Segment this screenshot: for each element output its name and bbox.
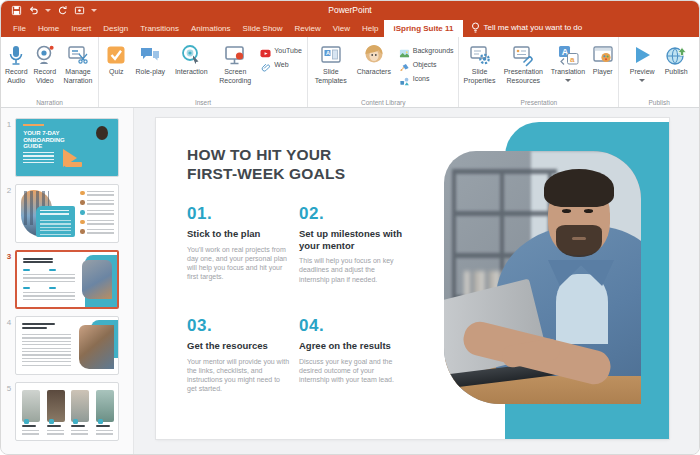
slide-thumbnail-3-selected[interactable] — [15, 250, 119, 309]
ribbon-group-label: Content Library — [308, 99, 458, 106]
item-body: Your mentor will provide you with the li… — [187, 357, 291, 394]
web-button[interactable]: Web — [260, 59, 302, 70]
slide-title[interactable]: HOW TO HIT YOUR FIRST-WEEK GOALS — [187, 145, 345, 183]
translation-button[interactable]: Aa Translation — [549, 42, 587, 94]
thumb3-text — [23, 274, 49, 282]
icons-button[interactable]: Icons — [399, 73, 454, 84]
chat-bubbles-icon — [138, 43, 162, 67]
tab-file[interactable]: File — [7, 20, 32, 37]
tab-ispring-suite[interactable]: iSpring Suite 11 — [384, 20, 462, 37]
photo-man-mouth — [572, 237, 586, 240]
publish-button[interactable]: Publish — [660, 42, 692, 94]
record-video-button[interactable]: Record Video — [32, 42, 59, 94]
item-heading: Set up milestones with your mentor — [299, 228, 403, 251]
tab-insert[interactable]: Insert — [65, 20, 97, 37]
quiz-button[interactable]: Quiz — [102, 42, 130, 94]
preview-dropdown-arrow-icon — [639, 79, 645, 82]
screen-recording-button[interactable]: Screen Recording — [214, 42, 256, 94]
item-heading: Get the resources — [187, 340, 291, 352]
thumb2-box-text-lines — [40, 220, 71, 236]
tab-review[interactable]: Review — [289, 20, 327, 37]
slide-thumbnail-4[interactable] — [15, 316, 119, 375]
thumb5-caption — [96, 425, 110, 427]
item-number: 01. — [187, 204, 291, 224]
item-heading: Agree on the results — [299, 340, 403, 352]
backgrounds-button[interactable]: Backgrounds — [399, 45, 454, 56]
slide-thumbnail-2[interactable] — [15, 184, 119, 243]
ribbon-group-label: Publish — [619, 99, 699, 106]
thumb5-photo-card — [96, 390, 114, 422]
ribbon-group-insert: Quiz Role-play Interaction Screen Record… — [99, 37, 308, 107]
youtube-button[interactable]: YouTube — [260, 45, 302, 56]
menu-bar: File Home Insert Design Transitions Anim… — [1, 19, 699, 37]
ribbon-button-label: Backgrounds — [413, 47, 454, 54]
slide-photo-man-laptop[interactable] — [444, 151, 641, 404]
item-heading: Stick to the plan — [187, 228, 291, 240]
content-library-stacked-buttons: Backgrounds Objects Icons — [397, 42, 456, 94]
lightbulb-icon — [471, 22, 480, 33]
tab-transitions[interactable]: Transitions — [134, 20, 185, 37]
presentation-resources-button[interactable]: Presentation Resources — [500, 42, 547, 94]
ribbon-group-narration: Record Audio Record Video Manage Narrati… — [1, 37, 99, 107]
microphone-icon — [4, 43, 28, 67]
thumb4-photo — [79, 325, 114, 369]
slide-title-line2: FIRST-WEEK GOALS — [187, 164, 345, 183]
slide-properties-button[interactable]: Slide Properties — [461, 42, 497, 94]
ribbon-button-label: Web — [274, 61, 288, 68]
thumb5-photo-card — [47, 390, 65, 422]
current-slide[interactable]: HOW TO HIT YOUR FIRST-WEEK GOALS 01. Sti… — [156, 118, 669, 439]
objects-icon — [399, 59, 410, 70]
objects-button[interactable]: Objects — [399, 59, 454, 70]
youtube-icon — [260, 45, 271, 56]
slide-number: 5 — [3, 382, 15, 441]
manage-narration-button[interactable]: Manage Narration — [60, 42, 96, 94]
ribbon-group-label: Insert — [99, 99, 307, 106]
thumb3-title-line — [23, 261, 53, 263]
thumb2-list-item — [80, 210, 114, 217]
slide-number-selected: 3 — [3, 250, 15, 309]
slide-canvas[interactable]: HOW TO HIT YOUR FIRST-WEEK GOALS 01. Sti… — [134, 108, 699, 455]
tell-me-box[interactable]: Tell me what you want to do — [463, 18, 591, 37]
thumb5-photo-card — [22, 390, 40, 422]
interaction-button[interactable]: Interaction — [170, 42, 212, 94]
slide-thumbnail-5[interactable] — [15, 382, 119, 441]
tab-view[interactable]: View — [327, 20, 356, 37]
ribbon-button-label: Objects — [413, 61, 437, 68]
player-button[interactable]: Player — [589, 42, 616, 94]
thumb3-text — [49, 274, 75, 282]
ribbon-group-label: Presentation — [459, 99, 618, 106]
record-audio-button[interactable]: Record Audio — [3, 42, 30, 94]
slide-templates-button[interactable]: A Slide Templates — [311, 42, 351, 94]
interaction-icon — [179, 43, 203, 67]
insert-stacked-buttons: YouTube Web — [258, 42, 304, 94]
ribbon-button-label: Characters — [357, 68, 391, 77]
item-body: Discuss your key goal and the desired ou… — [299, 357, 403, 385]
icons-icon — [399, 73, 410, 84]
slide-item-4[interactable]: 04. Agree on the results Discuss your ke… — [299, 316, 403, 384]
slide-thumbnail-panel[interactable]: 1 YOUR 7-DAY ONBOARDING GUIDE 2 — [1, 108, 134, 455]
slide-item-1[interactable]: 01. Stick to the plan You'll work on rea… — [187, 204, 291, 282]
tab-slide-show[interactable]: Slide Show — [237, 20, 289, 37]
ribbon-button-label: Record Audio — [4, 68, 29, 85]
characters-button[interactable]: Characters — [353, 42, 395, 94]
ribbon-button-label: Slide Properties — [462, 68, 496, 85]
web-link-icon — [260, 59, 271, 70]
slide-item-3[interactable]: 03. Get the resources Your mentor will p… — [187, 316, 291, 394]
role-play-button[interactable]: Role-play — [132, 42, 168, 94]
tab-design[interactable]: Design — [97, 20, 134, 37]
ribbon-button-label: Role-play — [135, 68, 165, 77]
photo-man-hair — [544, 169, 614, 207]
tab-help[interactable]: Help — [356, 20, 384, 37]
slide-item-2[interactable]: 02. Set up milestones with your mentor T… — [299, 204, 403, 284]
ribbon-button-label: Quiz — [109, 68, 123, 77]
main-area: 1 YOUR 7-DAY ONBOARDING GUIDE 2 — [1, 108, 699, 455]
title-bar: PowerPoint — [1, 1, 699, 19]
publish-globe-icon — [664, 43, 688, 67]
tell-me-label: Tell me what you want to do — [484, 23, 583, 32]
ribbon-group-presentation: Slide Properties Presentation Resources … — [459, 37, 619, 107]
character-face-icon — [362, 43, 386, 67]
preview-button[interactable]: Preview — [626, 42, 658, 94]
tab-home[interactable]: Home — [32, 20, 65, 37]
slide-thumbnail-1[interactable]: YOUR 7-DAY ONBOARDING GUIDE — [15, 118, 119, 177]
tab-animations[interactable]: Animations — [185, 20, 237, 37]
